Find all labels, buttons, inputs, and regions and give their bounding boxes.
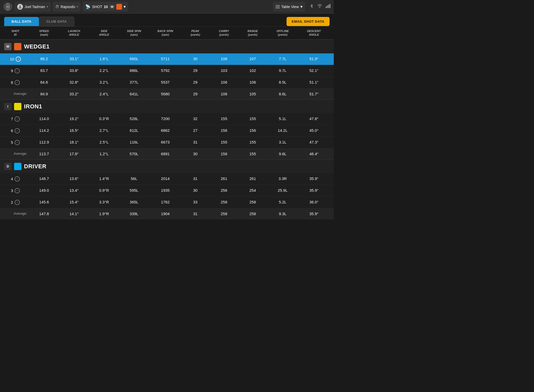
cell-speed: 148.7 [30, 173, 58, 185]
cell-launch: 33.1° [58, 53, 90, 65]
cell-side-spin: 56L [118, 173, 150, 185]
average-label: Average: [1, 208, 30, 219]
avg-offline: 8.6L [267, 89, 298, 99]
cell-side-angle: 2.5°L [90, 137, 118, 148]
check-circle[interactable]: ✓ [15, 200, 20, 205]
cell-speed: 114.2 [30, 125, 58, 136]
cell-back-spin: 5792 [150, 65, 181, 77]
group-name-driver: DRIVER [24, 163, 46, 170]
check-circle[interactable]: ✓ [15, 188, 20, 193]
cell-offline: 5.2L [267, 197, 298, 208]
table-row[interactable]: 3 ✓ 149.0 13.4° 0.9°R 595L 1935 30 256 2… [0, 185, 334, 197]
table-view-label: Table View [281, 5, 299, 9]
cell-range: 261 [238, 173, 267, 185]
col-header-launch: LAUNCHANGLE [58, 27, 90, 39]
cell-peak: 29 [181, 77, 210, 88]
check-circle[interactable]: ✓ [15, 68, 20, 73]
cell-launch: 32.8° [58, 77, 90, 88]
col-header-speed: SPEED(mph) [30, 27, 58, 39]
shot-section[interactable]: 📡 SHOT 10 W ▾ [83, 2, 128, 12]
app-logo [3, 2, 13, 11]
check-circle[interactable]: ✓ [15, 140, 20, 145]
check-circle[interactable]: ✓ [15, 80, 20, 85]
col-header-descent: DESCENTANGLE [298, 27, 330, 39]
cell-speed: 114.0 [30, 113, 58, 125]
cell-range: 155 [238, 137, 267, 148]
cell-peak: 27 [181, 125, 210, 136]
user-section[interactable]: Joel Tadman ▾ [15, 2, 51, 12]
check-circle[interactable]: ✓ [15, 116, 20, 122]
table-row[interactable]: 2 ✓ 145.6 15.4° 3.3°R 365L 1762 33 258 2… [0, 197, 334, 208]
cell-carry: 103 [210, 65, 238, 77]
cell-carry: 106 [210, 77, 238, 88]
shot-id-number: 5 [11, 140, 13, 145]
cell-side-spin: 116L [118, 137, 150, 148]
cell-speed: 86.2 [30, 53, 58, 65]
cell-range: 258 [238, 197, 267, 208]
avg-side-angle: 1.2°L [90, 148, 118, 159]
cell-side-spin: 528L [118, 113, 150, 125]
cell-side-spin: 377L [118, 77, 150, 88]
check-circle[interactable]: ✓ [16, 57, 21, 62]
cell-descent: 35.9° [298, 173, 330, 185]
top-bar: Joel Tadman ▾ ⏱ Rapsodo ▾ 📡 SHOT 10 W ▾ … [0, 0, 334, 14]
cell-range: 254 [238, 185, 267, 196]
cell-speed: 112.9 [30, 137, 58, 148]
table-row[interactable]: 8 ✓ 84.8 32.8° 3.2°L 377L 5537 29 106 10… [0, 77, 334, 89]
clock-icon: ⏱ [55, 5, 59, 9]
table-row[interactable]: 10 ✓ 86.2 33.1° 1.6°L 660L 5711 30 108 1… [0, 53, 334, 65]
table-row[interactable]: 7 ✓ 114.0 19.2° 0.3°R 528L 7200 32 155 1… [0, 113, 334, 125]
cell-carry: 155 [210, 113, 238, 125]
cell-shot-id: 2 ✓ [1, 197, 30, 208]
group-color-iron1 [14, 103, 21, 110]
tab-ball-data[interactable]: BALL DATA [4, 17, 39, 26]
cell-descent: 36.0° [298, 197, 330, 208]
cell-launch: 15.4° [58, 197, 90, 208]
device-section[interactable]: ⏱ Rapsodo ▾ [53, 2, 81, 12]
table-header: SHOTID SPEED(mph) LAUNCHANGLE SIDEANGLE … [0, 27, 334, 40]
table-view-chevron: ▾ [300, 4, 302, 9]
cell-back-spin: 2014 [150, 173, 181, 185]
avg-back-spin: 1904 [150, 208, 181, 219]
avg-back-spin: 5680 [150, 89, 181, 99]
cell-side-spin: 595L [118, 185, 150, 196]
avg-range: 105 [238, 89, 267, 99]
avg-range: 258 [238, 208, 267, 219]
table-view-section[interactable]: Table View ▾ [273, 2, 305, 12]
table-row[interactable]: 5 ✓ 112.9 18.1° 2.5°L 116L 6673 31 155 1… [0, 137, 334, 148]
shot-label: SHOT [92, 5, 102, 9]
avg-launch: 14.1° [58, 208, 90, 219]
cell-descent: 52.1° [298, 65, 330, 77]
cell-side-spin: 660L [118, 53, 150, 65]
cell-back-spin: 7200 [150, 113, 181, 125]
avg-peak: 31 [181, 208, 210, 219]
cell-shot-id: 6 ✓ [1, 125, 30, 136]
cell-back-spin: 5711 [150, 53, 181, 65]
shot-badge: W [110, 5, 115, 9]
table-row[interactable]: 9 ✓ 83.7 33.8° 2.2°L 886L 5792 29 103 10… [0, 65, 334, 77]
col-header-side-angle: SIDEANGLE [90, 27, 118, 39]
check-circle[interactable]: ✓ [15, 128, 20, 133]
cell-range: 155 [238, 113, 267, 125]
cell-offline: 14.2L [267, 125, 298, 136]
table-row[interactable]: 6 ✓ 114.2 16.5° 2.7°L 612L 6862 27 156 1… [0, 125, 334, 137]
group-header-wedge1: W WEDGE1 [0, 40, 334, 53]
cell-range: 102 [238, 65, 267, 77]
signal-icon[interactable] [325, 4, 331, 9]
check-circle[interactable]: ✓ [15, 176, 20, 182]
device-chevron: ▾ [77, 5, 78, 8]
wifi-icon[interactable] [317, 4, 322, 9]
col-header-peak: PEAK(yards) [181, 27, 210, 39]
bluetooth-icon[interactable] [309, 4, 314, 10]
group-badge-wedge1: W [4, 43, 11, 50]
shot-id-number: 9 [11, 69, 13, 73]
col-header-carry: CARRY(yards) [210, 27, 238, 39]
table-row[interactable]: 4 ✓ 148.7 13.6° 1.4°R 56L 2014 31 261 26… [0, 173, 334, 185]
email-shot-data-button[interactable]: EMAIL SHOT DATA [287, 17, 330, 26]
svg-rect-5 [327, 5, 328, 8]
avg-descent: 46.4° [298, 148, 330, 159]
col-header-side-spin: SIDE SPIN(rpm) [118, 27, 150, 39]
cell-back-spin: 6862 [150, 125, 181, 136]
tab-club-data[interactable]: CLUB DATA [39, 17, 74, 26]
cell-carry: 258 [210, 197, 238, 208]
